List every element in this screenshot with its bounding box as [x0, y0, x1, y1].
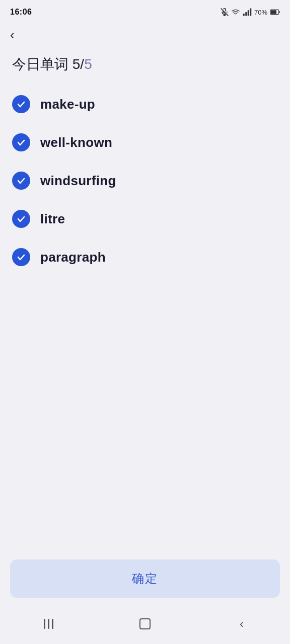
page-title: 今日单词 5/5: [12, 55, 278, 74]
title-text: 今日单词: [12, 56, 68, 72]
signal-icon: [243, 8, 252, 16]
word-count-total: 5: [84, 56, 92, 72]
check-icon: [12, 133, 30, 151]
back-nav-icon: ‹: [240, 618, 244, 630]
word-item[interactable]: make-up: [12, 86, 278, 122]
check-icon: [12, 210, 30, 228]
status-time: 16:06: [10, 8, 32, 17]
mute-icon: [221, 8, 229, 16]
check-icon: [12, 248, 30, 266]
wifi-icon: [231, 8, 240, 16]
recent-apps-icon: [44, 619, 53, 629]
word-text: well-known: [40, 135, 112, 150]
word-text: litre: [40, 211, 65, 227]
svg-rect-9: [279, 11, 280, 13]
check-icon: [12, 172, 30, 190]
battery-text: 70%: [254, 9, 267, 16]
svg-rect-6: [250, 9, 251, 16]
home-icon: [139, 618, 151, 629]
word-text: make-up: [40, 97, 95, 112]
nav-bar: ‹: [0, 608, 290, 644]
home-button[interactable]: [130, 614, 160, 634]
back-button-area: ‹: [0, 22, 290, 43]
svg-rect-3: [243, 14, 245, 16]
svg-rect-8: [271, 10, 277, 14]
spacer: [0, 319, 290, 552]
status-bar: 16:06 70%: [0, 0, 290, 22]
word-item[interactable]: well-known: [12, 124, 278, 160]
check-icon: [12, 95, 30, 113]
recent-apps-button[interactable]: [33, 614, 63, 634]
word-text: paragraph: [40, 250, 106, 265]
battery-icon: [270, 9, 280, 15]
svg-rect-4: [245, 12, 247, 16]
word-item[interactable]: litre: [12, 201, 278, 237]
word-item[interactable]: paragraph: [12, 239, 278, 275]
separator: /: [80, 56, 84, 72]
word-list: make-up well-known windsurfing litre par…: [0, 80, 290, 319]
back-nav-button[interactable]: ‹: [227, 614, 257, 634]
confirm-button[interactable]: 确定: [10, 559, 280, 598]
word-count-current: 5: [72, 56, 81, 72]
status-icons: 70%: [221, 8, 280, 16]
back-icon[interactable]: ‹: [10, 27, 15, 43]
header: 今日单词 5/5: [0, 43, 290, 80]
word-item[interactable]: windsurfing: [12, 163, 278, 199]
svg-rect-5: [248, 10, 249, 16]
confirm-button-wrap: 确定: [0, 551, 290, 608]
word-text: windsurfing: [40, 173, 116, 189]
